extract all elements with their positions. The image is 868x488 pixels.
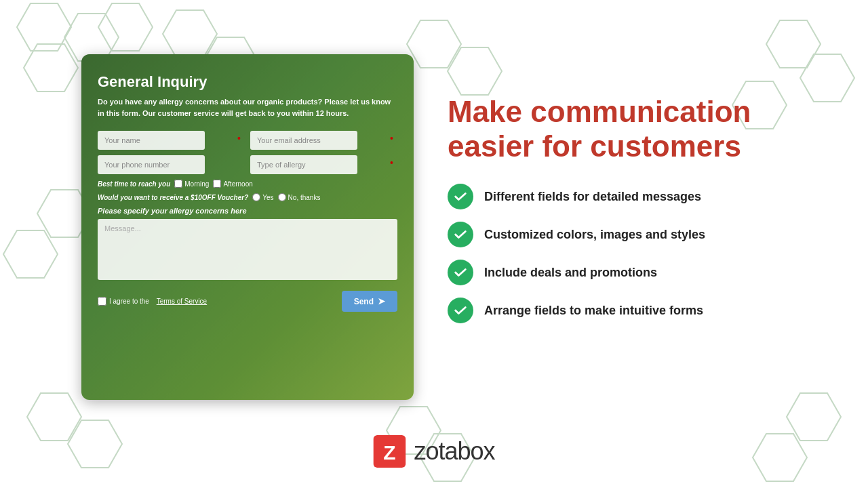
check-icon-3 <box>448 260 473 285</box>
afternoon-label: Afternoon <box>223 180 252 188</box>
svg-marker-8 <box>766 20 821 68</box>
svg-marker-1 <box>98 3 153 51</box>
main-heading: Make communication easier for customers <box>448 95 827 163</box>
no-label: No, thanks <box>288 194 321 201</box>
afternoon-checkbox-label[interactable]: Afternoon <box>213 180 252 188</box>
form-panel: General Inquiry Do you have any allergy … <box>81 54 414 400</box>
feature-item-4: Arrange fields to make intuitive forms <box>448 298 827 323</box>
form-row-2: • <box>98 155 397 174</box>
concerns-label: Please specify your allergy concerns her… <box>98 207 397 215</box>
check-icon-2 <box>448 222 473 247</box>
morning-checkbox-label[interactable]: Morning <box>174 180 209 188</box>
brand-logo-icon: Z <box>373 435 406 468</box>
svg-marker-16 <box>753 434 807 481</box>
heading-line2: easier for customers <box>448 129 741 163</box>
tos-link[interactable]: Terms of Service <box>157 298 207 305</box>
feature-text-2: Customized colors, images and styles <box>484 228 705 242</box>
feature-item-2: Customized colors, images and styles <box>448 222 827 247</box>
afternoon-checkbox[interactable] <box>213 180 221 188</box>
svg-marker-18 <box>3 230 58 278</box>
send-icon: ➤ <box>378 296 385 306</box>
check-icon-1 <box>448 184 473 209</box>
name-required: • <box>237 134 241 143</box>
no-radio[interactable] <box>278 193 286 201</box>
form-content: General Inquiry Do you have any allergy … <box>81 54 414 400</box>
form-footer: I agree to the Terms of Service Send ➤ <box>98 291 397 312</box>
feature-list: Different fields for detailed messages C… <box>448 184 827 323</box>
form-title: General Inquiry <box>98 73 397 91</box>
phone-input[interactable] <box>98 155 205 174</box>
voucher-row: Would you want to receive a $10OFF Vouch… <box>98 193 397 201</box>
right-panel: Make communication easier for customers … <box>448 95 827 323</box>
email-input[interactable] <box>250 131 357 150</box>
name-input[interactable] <box>98 131 205 150</box>
morning-label: Morning <box>184 180 209 188</box>
allergy-required: • <box>390 158 393 167</box>
yes-label: Yes <box>262 194 273 201</box>
svg-marker-15 <box>787 393 841 441</box>
tos-label[interactable]: I agree to the Terms of Service <box>98 297 207 306</box>
allergy-input[interactable] <box>250 155 357 174</box>
svg-text:Z: Z <box>383 441 395 464</box>
voucher-label: Would you want to receive a $10OFF Vouch… <box>98 194 248 201</box>
form-description: Do you have any allergy concerns about o… <box>98 96 397 119</box>
feature-text-3: Include deals and promotions <box>484 266 657 280</box>
send-button[interactable]: Send ➤ <box>342 291 397 312</box>
no-radio-label[interactable]: No, thanks <box>278 193 321 201</box>
send-label: Send <box>354 297 374 306</box>
heading-line1: Make communication <box>448 95 751 128</box>
yes-radio-label[interactable]: Yes <box>252 193 273 201</box>
feature-text-1: Different fields for detailed messages <box>484 190 701 204</box>
feature-text-4: Arrange fields to make intuitive forms <box>484 304 703 318</box>
brand-name: zotabox <box>414 437 494 466</box>
phone-wrapper <box>98 155 245 174</box>
morning-checkbox[interactable] <box>174 180 182 188</box>
email-required: • <box>390 134 393 143</box>
best-time-label: Best time to reach you <box>98 180 170 188</box>
form-row-1: • • <box>98 131 397 150</box>
tos-checkbox[interactable] <box>98 297 106 306</box>
check-icon-4 <box>448 298 473 323</box>
tos-prefix: I agree to the <box>109 298 149 305</box>
feature-item-3: Include deals and promotions <box>448 260 827 285</box>
message-textarea[interactable] <box>98 219 397 280</box>
yes-radio[interactable] <box>252 193 260 201</box>
email-wrapper: • <box>250 131 397 150</box>
name-wrapper: • <box>98 131 245 150</box>
allergy-wrapper: • <box>250 155 397 174</box>
best-time-row: Best time to reach you Morning Afternoon <box>98 180 397 188</box>
brand-footer: Z zotabox <box>373 435 494 468</box>
feature-item-1: Different fields for detailed messages <box>448 184 827 209</box>
